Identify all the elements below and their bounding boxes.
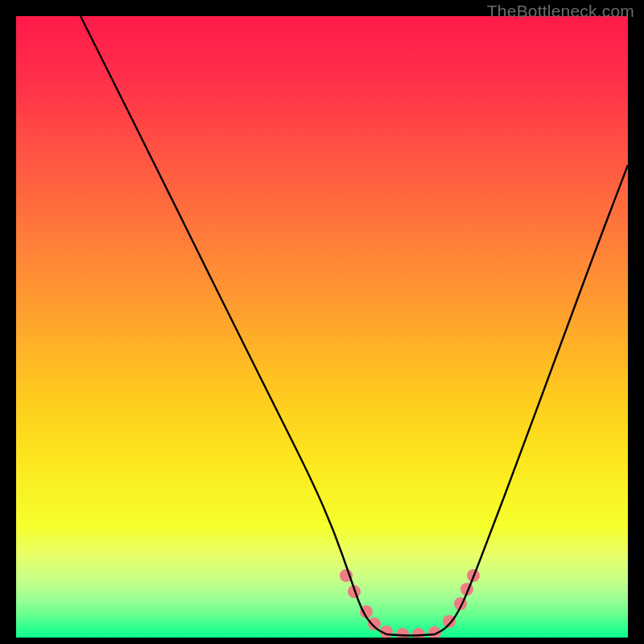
curve-layer — [16, 16, 628, 638]
curve-right-arm — [435, 165, 628, 634]
chart-frame — [16, 16, 628, 638]
marker-dot — [368, 617, 381, 630]
marker-dots — [340, 569, 480, 638]
curve-trough — [386, 634, 435, 636]
curve-left-arm — [80, 16, 386, 634]
watermark-text: TheBottleneck.com — [487, 2, 634, 21]
